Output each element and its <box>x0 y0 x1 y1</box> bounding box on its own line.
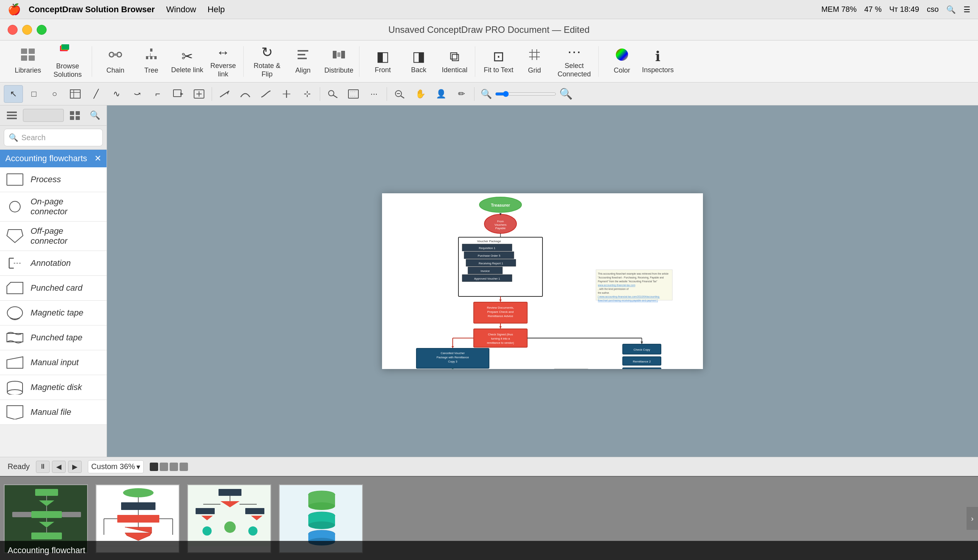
crop-tool[interactable] <box>344 85 363 103</box>
table-tool[interactable] <box>66 85 85 103</box>
prev-page-button[interactable]: ◀ <box>52 461 66 473</box>
search-input[interactable]: 🔍 Search <box>4 129 103 146</box>
shape-item-on-page-connector[interactable]: On-page connector <box>0 192 107 222</box>
shape-item-process[interactable]: Process <box>0 167 107 192</box>
svg-rect-0 <box>21 48 27 54</box>
select-connected-button[interactable]: ⋯ Select Connected <box>553 46 595 77</box>
libraries-button[interactable]: Libraries <box>11 46 45 77</box>
shape-item-annotation[interactable]: Annotation <box>0 251 107 276</box>
connector2-tool[interactable]: ⤻ <box>128 85 147 103</box>
person-tool[interactable]: 👤 <box>432 85 450 103</box>
bracket-tool[interactable]: ⌐ <box>148 85 167 103</box>
annotation-label: Annotation <box>30 258 71 268</box>
zoom-slider[interactable] <box>495 92 556 95</box>
on-page-connector-label: On-page connector <box>30 197 101 217</box>
svg-text:Check Copy: Check Copy <box>633 348 650 352</box>
grid-button[interactable]: Grid <box>517 46 551 77</box>
curve-tool[interactable]: ∿ <box>107 85 126 103</box>
select-tool[interactable]: ↖ <box>4 85 23 103</box>
color-button[interactable]: Color <box>605 46 639 77</box>
shape-item-manual-file[interactable]: Manual file <box>0 400 107 425</box>
shape-item-punched-card[interactable]: Punched card <box>0 276 107 301</box>
process-shape-icon <box>5 172 25 187</box>
svg-point-26 <box>616 48 628 61</box>
manual-file-shape-icon <box>5 405 25 420</box>
svg-text:"Accounting flowchart - Purcha: "Accounting flowchart - Purchasing, Rece… <box>598 276 664 279</box>
menu-window[interactable]: Window <box>166 5 196 15</box>
svg-text:Payable: Payable <box>495 227 505 230</box>
identical-button[interactable]: ⧉ Identical <box>437 46 472 77</box>
zoom-select-tool[interactable] <box>323 85 342 103</box>
svg-rect-54 <box>7 174 23 185</box>
shape-item-manual-input[interactable]: Manual input <box>0 350 107 375</box>
svg-text:, with the kind permission of: , with the kind permission of <box>598 288 628 291</box>
back-button[interactable]: ◨ Back <box>402 46 436 77</box>
line-s-tool[interactable] <box>257 85 275 103</box>
zoom-selector[interactable]: Custom 36% ▾ <box>88 460 144 473</box>
menu-help[interactable]: Help <box>207 5 225 15</box>
page-dot-1[interactable] <box>150 463 158 471</box>
dots-tool[interactable]: ··· <box>365 85 383 103</box>
pause-button[interactable]: ⏸ <box>36 461 50 473</box>
svg-rect-3 <box>29 55 35 61</box>
vert-connector-tool[interactable] <box>277 85 296 103</box>
reverse-link-label: Reverse link <box>206 62 240 78</box>
svg-rect-52 <box>70 116 74 120</box>
svg-rect-150 <box>35 489 58 496</box>
toolbar-group-order: ◧ Front ◨ Back ⧉ Identical <box>363 46 475 77</box>
list-icon[interactable]: ☰ <box>963 5 970 14</box>
panel-grid-view[interactable] <box>66 108 84 123</box>
svg-point-69 <box>7 390 23 395</box>
identical-label: Identical <box>442 66 467 75</box>
shape-more-tool[interactable] <box>169 85 188 103</box>
minimize-button[interactable] <box>22 25 32 35</box>
pen-tool[interactable]: ✏ <box>452 85 471 103</box>
line-curve-tool[interactable] <box>236 85 255 103</box>
tools-separator-4 <box>474 87 475 101</box>
chain-button[interactable]: Chain <box>98 46 133 77</box>
multi-connector-tool[interactable]: ⊹ <box>298 85 317 103</box>
rotate-flip-button[interactable]: ↻ Rotate & Flip <box>250 46 284 77</box>
hand-tool[interactable]: ✋ <box>411 85 430 103</box>
svg-rect-9 <box>113 53 118 56</box>
page-dot-3[interactable] <box>170 463 178 471</box>
zoom-minus-icon[interactable]: 🔍 <box>481 88 492 99</box>
line-straight-tool[interactable] <box>215 85 234 103</box>
close-button[interactable] <box>8 25 18 35</box>
menu-items: Window Help <box>166 5 225 15</box>
zoom-plus-icon[interactable]: 🔍 <box>559 87 573 100</box>
zoom-out-tool[interactable] <box>390 85 409 103</box>
toolbar-group-align: ↻ Rotate & Flip Align Distribute <box>247 46 360 77</box>
canvas-area[interactable]: Treasurer From Vouchers Payable Voucher … <box>107 105 978 457</box>
solutions-expand-button[interactable]: › <box>966 507 978 530</box>
tree-button[interactable]: Tree <box>134 46 168 77</box>
category-close-icon[interactable]: ✕ <box>94 153 101 163</box>
connector1-tool[interactable]: ╱ <box>86 85 105 103</box>
group-expand-tool[interactable] <box>190 85 208 103</box>
search-icon[interactable]: 🔍 <box>946 5 956 14</box>
browse-solutions-button[interactable]: Browse Solutions <box>47 46 88 77</box>
next-page-button[interactable]: ▶ <box>68 461 82 473</box>
page-dot-2[interactable] <box>160 463 168 471</box>
inspectors-button[interactable]: ℹ Inspectors <box>641 46 675 77</box>
rect-tool[interactable]: □ <box>25 85 43 103</box>
front-button[interactable]: ◧ Front <box>366 46 400 77</box>
svg-rect-180 <box>245 508 264 514</box>
panel-search-btn[interactable]: 🔍 <box>86 108 103 123</box>
apple-menu[interactable]: 🍎 <box>8 3 21 16</box>
page-dot-4[interactable] <box>180 463 188 471</box>
reverse-link-button[interactable]: ↔ Reverse link <box>206 46 240 77</box>
ellipse-tool[interactable]: ○ <box>45 85 64 103</box>
magnetic-tape-shape-icon <box>5 305 25 320</box>
maximize-button[interactable] <box>37 25 47 35</box>
align-button[interactable]: Align <box>286 46 320 77</box>
distribute-button[interactable]: Distribute <box>322 46 356 77</box>
shape-item-off-page-connector[interactable]: Off-page connector <box>0 222 107 251</box>
shape-item-magnetic-tape[interactable]: Magnetic tape <box>0 301 107 325</box>
shape-item-magnetic-disk[interactable]: Magnetic disk <box>0 375 107 400</box>
shape-item-punched-tape[interactable]: Punched tape <box>0 325 107 350</box>
delete-link-button[interactable]: ✂ Delete link <box>170 46 204 77</box>
fit-to-text-button[interactable]: ⊡ Fit to Text <box>482 46 516 77</box>
search-placeholder: Search <box>22 133 45 142</box>
panel-list-view[interactable] <box>3 108 21 123</box>
